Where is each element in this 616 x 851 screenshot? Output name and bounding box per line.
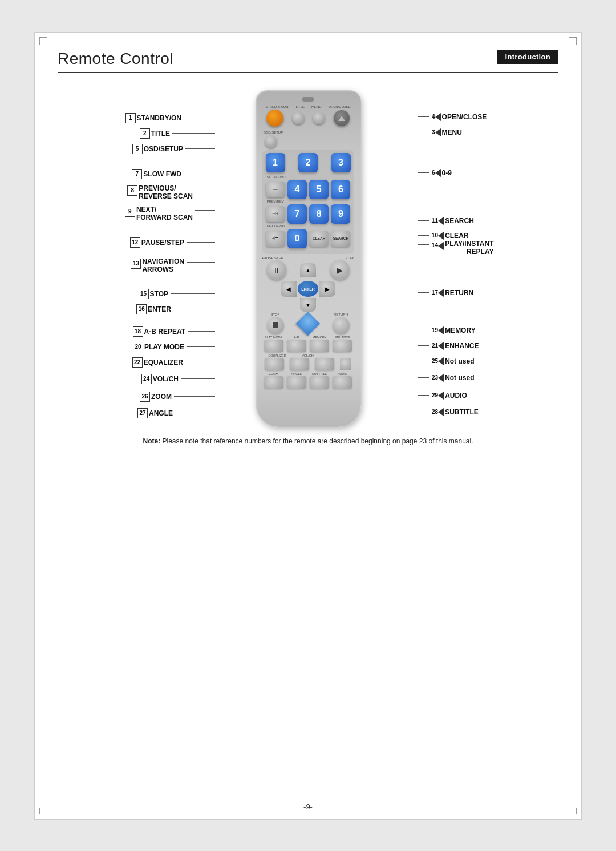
label-ab: 18 A-B REPEAT [132,326,217,337]
enhance-button[interactable] [333,340,352,352]
label-search: SEARCH 11 [416,217,474,225]
next-fwd-button[interactable]: +⊢ [266,231,285,247]
return-diamond-button[interactable] [296,311,320,335]
search-button[interactable]: SEARCH [331,231,350,247]
audio-button[interactable] [333,376,352,389]
triangle-19-icon [438,326,444,334]
triangle-14-icon [438,242,444,250]
return-button[interactable] [333,317,350,334]
num-4-button[interactable]: 4 [287,180,307,199]
num-5-button[interactable]: 5 [309,180,329,199]
standby-button[interactable] [266,110,283,127]
page: Remote Control Introduction 1 STANDBY/ON… [34,32,582,820]
num-3-button[interactable]: 3 [331,153,351,172]
nav-down-button[interactable]: ▼ [300,298,316,312]
label-title: 2 TITLE [139,128,217,139]
stop-label: STOP [270,313,279,317]
angle-button[interactable] [287,376,306,389]
nav-right-button[interactable]: ▶ [319,281,335,297]
osd-button[interactable] [265,135,277,148]
vol-ch-button3[interactable] [340,358,351,370]
slow-fwd-button[interactable]: — [266,182,285,197]
play-mode-button[interactable] [264,340,283,352]
func-row-3: ZOOM ANGLE SUBTITLE AUDIO [262,372,354,389]
divider [58,72,558,73]
label-next: 9 NEXT/ FORWARD SCAN [124,205,217,221]
memory-label: MEMORY [310,336,329,339]
stop-icon [273,322,278,328]
header: Remote Control Introduction [58,50,558,68]
triangle-23-icon [438,374,444,382]
zoom-button[interactable] [264,376,283,389]
nav-up-button[interactable]: ▲ [300,263,316,277]
subtitle-button[interactable] [310,376,329,389]
menu-button[interactable] [313,112,325,124]
num-7-button[interactable]: 7 [287,204,307,224]
triangle-up-icon [338,116,345,121]
remote-control: STAND BY/ON TITLE MENU OPEN/CLOSE [256,90,361,427]
equalizer-button[interactable] [265,358,284,370]
label-standby: 1 STANDBY/ON [124,113,217,123]
func-row-2: EQUALIZER VOL/CH [262,354,354,370]
label-nav: 13 NAVIGATION ARROWS [129,257,217,273]
play-mode-label: PLAY MODE [264,336,283,339]
pause-button[interactable]: ⏸ [267,260,286,280]
pause-label: PAUSE/STEP [262,256,282,260]
vol-ch-button2[interactable] [315,358,334,370]
num-6-button[interactable]: 6 [331,180,350,199]
menu-label: MENU [311,105,322,109]
open-close-button[interactable] [334,110,350,126]
label-not-used-25: Not used 25 [416,357,474,365]
label-slow-fwd: 7 SLOW FWD [131,169,217,179]
num-8-button[interactable]: 8 [309,204,329,224]
label-pause: 12 PAUSE/STEP [129,237,217,248]
note-text: Please note that reference numbers for t… [160,437,473,445]
ab-label: A-B [287,336,306,339]
func-row-1: PLAY MODE A-B MEMORY ENHANCE [262,336,354,352]
label-play-mode: 20 PLAY MODE [132,342,217,352]
zero-row: +⊢ 0 CLEAR SEARCH [266,229,351,248]
label-zoom: 26 ZOOM [139,392,217,402]
nav-left-button[interactable]: ◀ [281,281,297,297]
enhance-label: ENHANCE [333,336,352,339]
osd-label: OSD/SETUP [264,131,283,135]
num-2-button[interactable]: 2 [298,153,318,172]
num-9-button[interactable]: 9 [331,204,350,224]
numpad-section: 1 2 3 SLOW FWD — 4 5 6 [262,150,354,254]
ab-button[interactable] [287,340,306,352]
title-button[interactable] [292,112,305,124]
label-memory: MEMORY 19 [416,326,476,334]
label-subtitle: SUBTITLE 28 [416,408,479,416]
equalizer-label2: EQUALIZER [263,354,291,357]
label-stop: 15 STOP [137,289,217,299]
label-angle: 27 ANGLE [136,408,217,418]
ir-emitter [302,97,314,102]
clear-button[interactable]: CLEAR [309,231,329,247]
num-0-button[interactable]: 0 [287,229,307,248]
label-enter: 16 ENTER [135,304,217,314]
section-badge: Introduction [497,50,558,64]
note-bold: Note: [143,437,160,445]
angle-label2: ANGLE [287,372,306,376]
vol-ch-button[interactable] [290,358,309,370]
top-row [262,110,354,127]
label-osd: 5 OSD/SETUP [131,144,217,154]
triangle-28-icon [438,408,444,416]
prev-rev-button[interactable]: ⊣+ [266,206,285,222]
triangle-29-icon [438,392,444,400]
memory-button[interactable] [310,340,329,352]
open-close-label: OPEN/CLOSE [328,105,350,109]
label-prev: 8 PREVIOUS/ REVERSE SCAN [126,184,217,200]
triangle-6-icon [435,169,441,177]
audio-label2: AUDIO [333,372,352,376]
play-button[interactable]: ▶ [330,260,350,280]
enter-button[interactable]: ENTER [298,281,318,297]
label-not-used-23: Not used 23 [416,374,474,382]
return-label: RETURN [334,313,348,317]
label-enhance: ENHANCE 21 [416,342,479,350]
nav-middle-row: ◀ ENTER ▶ [262,281,354,297]
num-1-button[interactable]: 1 [266,153,285,172]
play-label: PLAY [335,256,354,260]
stop-button[interactable] [267,317,284,334]
label-eq: 22 EQUALIZER [131,357,217,368]
